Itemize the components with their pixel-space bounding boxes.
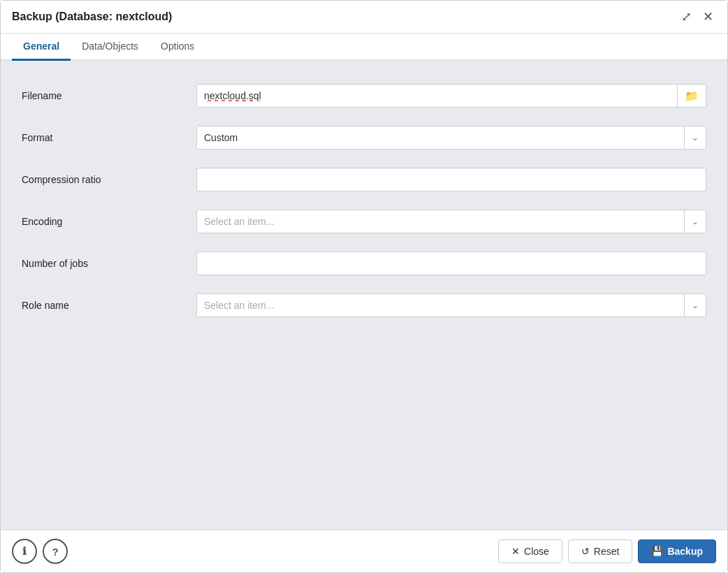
format-select[interactable]: Custom ⌄: [196, 126, 706, 150]
encoding-control: Select an item... ⌄: [196, 210, 706, 233]
reset-icon: ↺: [581, 546, 590, 557]
close-button[interactable]: ✕ Close: [498, 539, 562, 563]
dialog-title: Backup (Database: nextcloud): [12, 10, 172, 23]
filename-input-wrapper: 📁: [196, 84, 706, 108]
tabs-bar: General Data/Objects Options: [1, 34, 727, 61]
tab-options[interactable]: Options: [150, 34, 205, 61]
footer-left: ℹ ?: [12, 539, 68, 564]
number-of-jobs-input[interactable]: [196, 252, 706, 275]
encoding-label: Encoding: [22, 216, 196, 227]
browse-folder-button[interactable]: 📁: [677, 85, 706, 107]
backup-button[interactable]: 💾 Backup: [638, 539, 716, 563]
info-icon: ℹ: [22, 545, 27, 558]
filename-row: Filename 📁: [22, 75, 706, 117]
close-dialog-button[interactable]: ✕: [700, 9, 716, 24]
filename-input[interactable]: [197, 85, 677, 107]
tab-general[interactable]: General: [12, 34, 71, 61]
compression-ratio-row: Compression ratio: [22, 159, 706, 201]
role-name-row: Role name Select an item... ⌄: [22, 284, 706, 326]
encoding-select[interactable]: Select an item... ⌄: [196, 210, 706, 233]
role-name-chevron-down-icon: ⌄: [685, 295, 706, 316]
reset-label: Reset: [594, 546, 620, 557]
help-button[interactable]: ?: [43, 539, 68, 564]
tab-data-objects[interactable]: Data/Objects: [71, 34, 150, 61]
close-label: Close: [524, 546, 549, 557]
header-icons: ⤢ ✕: [678, 9, 716, 24]
backup-label: Backup: [667, 546, 703, 557]
dialog-footer: ℹ ? ✕ Close ↺ Reset 💾 Backup: [1, 530, 727, 572]
role-name-placeholder: Select an item...: [197, 294, 684, 317]
backup-dialog: Backup (Database: nextcloud) ⤢ ✕ General…: [0, 0, 728, 573]
reset-button[interactable]: ↺ Reset: [568, 539, 633, 563]
role-name-label: Role name: [22, 300, 196, 311]
close-icon: ✕: [511, 546, 520, 557]
encoding-row: Encoding Select an item... ⌄: [22, 201, 706, 242]
filename-control: 📁: [196, 84, 706, 108]
compression-ratio-label: Compression ratio: [22, 174, 196, 185]
form-content: Filename 📁 Format Custom ⌄: [1, 61, 727, 530]
folder-icon: 📁: [685, 90, 699, 102]
filename-label: Filename: [22, 90, 196, 101]
compression-ratio-control: [196, 168, 706, 191]
info-button[interactable]: ℹ: [12, 539, 37, 564]
help-icon: ?: [52, 546, 58, 558]
format-control: Custom ⌄: [196, 126, 706, 150]
footer-right: ✕ Close ↺ Reset 💾 Backup: [498, 539, 716, 563]
expand-button[interactable]: ⤢: [678, 9, 694, 24]
format-row: Format Custom ⌄: [22, 117, 706, 159]
format-value: Custom: [197, 126, 684, 149]
role-name-control: Select an item... ⌄: [196, 293, 706, 317]
encoding-placeholder: Select an item...: [197, 210, 684, 233]
role-name-select[interactable]: Select an item... ⌄: [196, 293, 706, 317]
format-chevron-down-icon: ⌄: [685, 127, 706, 148]
backup-save-icon: 💾: [651, 546, 663, 557]
number-of-jobs-label: Number of jobs: [22, 258, 196, 269]
number-of-jobs-row: Number of jobs: [22, 242, 706, 284]
format-label: Format: [22, 132, 196, 143]
number-of-jobs-control: [196, 252, 706, 275]
compression-ratio-input[interactable]: [196, 168, 706, 191]
encoding-chevron-down-icon: ⌄: [685, 211, 706, 232]
dialog-header: Backup (Database: nextcloud) ⤢ ✕: [1, 1, 727, 34]
